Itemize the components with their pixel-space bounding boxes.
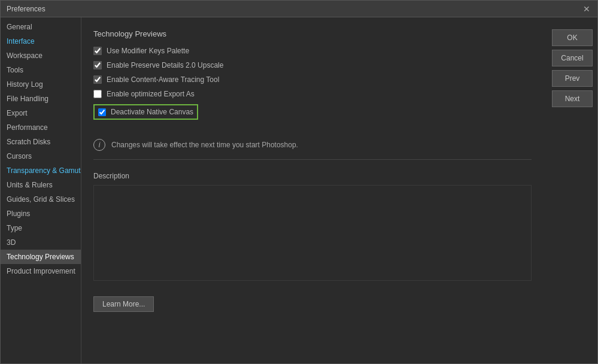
info-text: Changes will take effect the next time y…: [111, 141, 298, 149]
sidebar-item-performance[interactable]: Performance: [1, 120, 81, 135]
deactivate-native-canvas-label: Deactivate Native Canvas: [111, 108, 193, 116]
window-title: Preferences: [7, 5, 45, 13]
divider: [93, 159, 532, 160]
sidebar-item-3d[interactable]: 3D: [1, 235, 81, 250]
main-content-scroll: Technology Previews Use Modifier Keys Pa…: [81, 17, 544, 363]
checkbox-0[interactable]: [93, 47, 102, 55]
deactivate-native-canvas-checkbox[interactable]: [98, 108, 106, 116]
learn-more-button[interactable]: Learn More...: [93, 296, 154, 312]
ok-button[interactable]: OK: [552, 29, 593, 46]
description-section: Description: [93, 166, 532, 287]
sidebar-item-history-log[interactable]: History Log: [1, 77, 81, 92]
cancel-button[interactable]: Cancel: [552, 50, 593, 66]
checkbox-row-1: Enable Preserve Details 2.0 Upscale: [93, 61, 532, 69]
sidebar-item-product-improvement[interactable]: Product Improvement: [1, 264, 81, 278]
sidebar-item-file-handling[interactable]: File Handling: [1, 92, 81, 106]
sidebar-item-technology-previews[interactable]: Technology Previews: [1, 250, 81, 264]
sidebar-item-units---rulers[interactable]: Units & Rulers: [1, 178, 81, 192]
sidebar-item-export[interactable]: Export: [1, 106, 81, 120]
sidebar-item-scratch-disks[interactable]: Scratch Disks: [1, 135, 81, 149]
info-row: i Changes will take effect the next time…: [93, 134, 532, 151]
checkbox-label-1: Enable Preserve Details 2.0 Upscale: [107, 61, 223, 69]
checkbox-row-2: Enable Content-Aware Tracing Tool: [93, 75, 532, 84]
description-label: Description: [93, 172, 532, 180]
section-title: Technology Previews: [93, 29, 532, 38]
prev-button[interactable]: Prev: [552, 70, 593, 87]
sidebar-item-guides--grid---slices[interactable]: Guides, Grid & Slices: [1, 192, 81, 207]
sidebar: GeneralInterfaceWorkspaceToolsHistory Lo…: [1, 17, 81, 363]
info-icon: i: [93, 139, 105, 151]
sidebar-item-workspace[interactable]: Workspace: [1, 48, 81, 63]
sidebar-item-transparency---gamut[interactable]: Transparency & Gamut: [1, 163, 81, 178]
close-button[interactable]: ✕: [582, 4, 591, 14]
next-button[interactable]: Next: [552, 90, 593, 107]
checkbox-1[interactable]: [93, 61, 102, 69]
action-buttons-panel: OK Cancel Prev Next: [544, 17, 597, 363]
highlighted-checkbox-row: Deactivate Native Canvas: [93, 104, 198, 120]
preferences-window: Preferences ✕ GeneralInterfaceWorkspaceT…: [0, 0, 598, 364]
checkbox-2[interactable]: [93, 75, 102, 84]
sidebar-item-general[interactable]: General: [1, 20, 81, 34]
title-bar: Preferences ✕: [1, 1, 597, 17]
checkbox-list: Use Modifier Keys PaletteEnable Preserve…: [93, 47, 532, 98]
sidebar-item-type[interactable]: Type: [1, 221, 81, 235]
sidebar-item-cursors[interactable]: Cursors: [1, 149, 81, 163]
sidebar-item-tools[interactable]: Tools: [1, 63, 81, 77]
checkbox-3[interactable]: [93, 90, 102, 98]
checkbox-row-3: Enable optimized Export As: [93, 90, 532, 98]
checkbox-row-0: Use Modifier Keys Palette: [93, 47, 532, 55]
checkbox-label-3: Enable optimized Export As: [107, 90, 195, 98]
sidebar-item-plugins[interactable]: Plugins: [1, 207, 81, 221]
checkbox-label-0: Use Modifier Keys Palette: [107, 47, 189, 55]
content-area: GeneralInterfaceWorkspaceToolsHistory Lo…: [1, 17, 597, 363]
description-box: [93, 185, 532, 281]
checkbox-label-2: Enable Content-Aware Tracing Tool: [107, 75, 219, 84]
sidebar-item-interface[interactable]: Interface: [1, 34, 81, 48]
main-panel: Technology Previews Use Modifier Keys Pa…: [81, 17, 544, 363]
